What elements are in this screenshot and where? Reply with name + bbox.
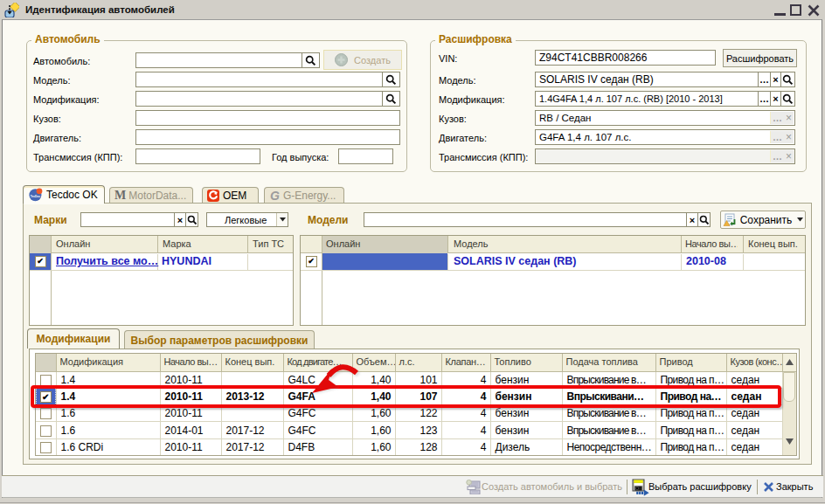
- svg-text:TecDoc: TecDoc: [31, 195, 41, 198]
